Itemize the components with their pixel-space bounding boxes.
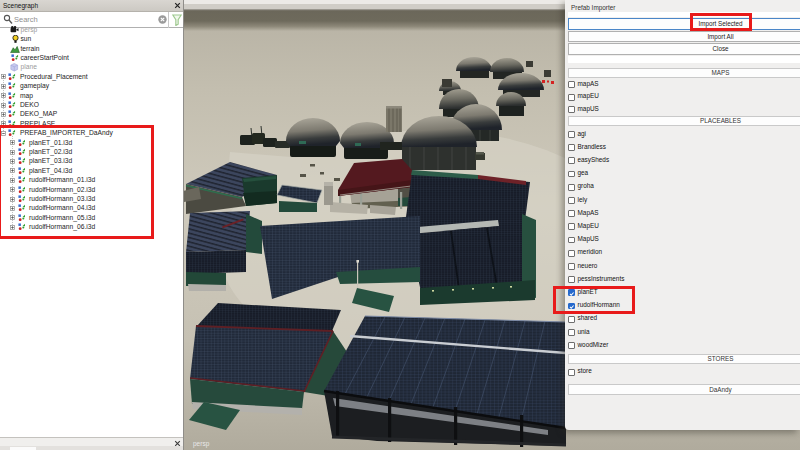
svg-text:persp: persp (193, 440, 210, 448)
